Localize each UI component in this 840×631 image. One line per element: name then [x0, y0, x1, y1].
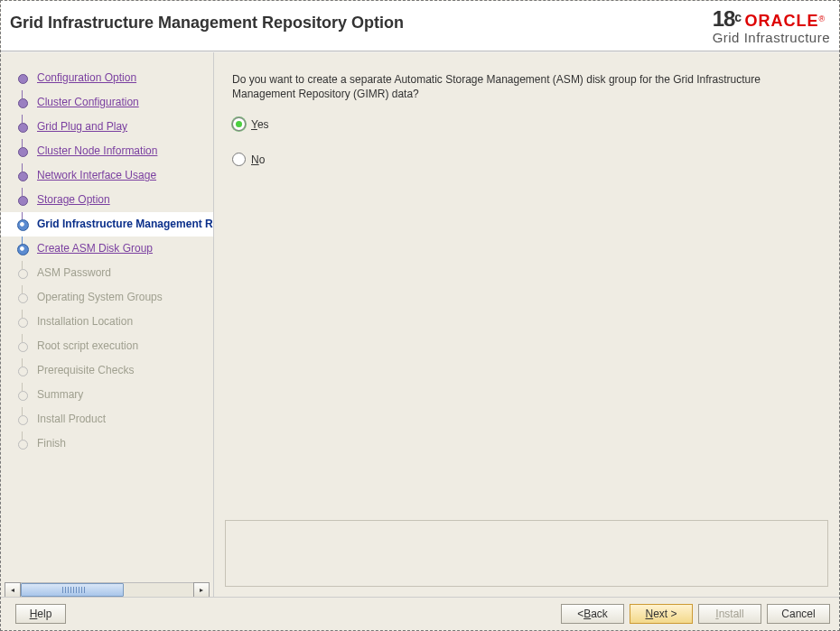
step-label: Finish: [37, 437, 66, 450]
footer: Help < Back Next > Install Cancel: [1, 597, 839, 630]
sidebar-horizontal-scrollbar[interactable]: ◂ ▸: [5, 582, 210, 598]
step-create-asm-disk-group[interactable]: Create ASM Disk Group: [1, 237, 213, 261]
step-label[interactable]: Grid Plug and Play: [37, 120, 127, 133]
help-button[interactable]: Help: [15, 604, 66, 624]
step-label[interactable]: Storage Option: [37, 193, 110, 206]
step-label: Root script execution: [37, 339, 138, 352]
prompt-text: Do you want to create a separate Automat…: [232, 72, 810, 101]
step-cluster-node-information[interactable]: Cluster Node Information: [1, 139, 213, 163]
step-os-groups: Operating System Groups: [1, 285, 213, 310]
message-area: [225, 520, 828, 587]
step-label: Installation Location: [37, 315, 133, 328]
step-label[interactable]: Configuration Option: [37, 71, 136, 84]
cancel-button[interactable]: Cancel: [767, 604, 830, 624]
brand-reg: ®: [818, 14, 825, 23]
step-summary: Summary: [1, 383, 213, 407]
radio-yes-input[interactable]: [232, 117, 246, 131]
step-install-product: Install Product: [1, 407, 213, 431]
step-label[interactable]: Create ASM Disk Group: [37, 242, 153, 255]
step-label: Summary: [37, 388, 83, 401]
install-button: Install: [698, 604, 761, 624]
step-label: Operating System Groups: [37, 291, 163, 303]
step-label: ASM Password: [37, 266, 111, 279]
brand-block: 18c ORACLE® Grid Infrastructure: [713, 6, 830, 45]
step-label: Install Product: [37, 413, 106, 425]
scroll-right-button[interactable]: ▸: [193, 582, 210, 598]
body: Configuration Option Cluster Configurati…: [1, 51, 839, 598]
step-grid-plug-and-play[interactable]: Grid Plug and Play: [1, 115, 213, 139]
step-finish: Finish: [1, 431, 213, 456]
step-label[interactable]: Cluster Configuration: [37, 96, 139, 108]
sidebar: Configuration Option Cluster Configurati…: [1, 52, 214, 598]
step-network-interface-usage[interactable]: Network Interface Usage: [1, 163, 213, 188]
next-button[interactable]: Next >: [630, 604, 693, 624]
step-prerequisite-checks: Prerequisite Checks: [1, 358, 213, 383]
main-panel: Do you want to create a separate Automat…: [214, 52, 839, 598]
step-root-script-execution: Root script execution: [1, 334, 213, 358]
radio-yes-label: Yes: [251, 118, 269, 131]
step-cluster-configuration[interactable]: Cluster Configuration: [1, 90, 213, 115]
back-button[interactable]: < Back: [561, 604, 624, 624]
step-label: Grid Infrastructure Management Repositor…: [37, 218, 213, 230]
radio-no-label: No: [251, 153, 265, 166]
step-label: Prerequisite Checks: [37, 364, 134, 376]
header: Grid Infrastructure Management Repositor…: [1, 1, 839, 51]
step-label[interactable]: Network Interface Usage: [37, 169, 156, 181]
brand-sub: Grid Infrastructure: [713, 30, 830, 45]
step-configuration-option[interactable]: Configuration Option: [1, 66, 213, 90]
brand-version: 18: [713, 6, 735, 31]
page-title: Grid Infrastructure Management Repositor…: [10, 14, 404, 32]
step-list: Configuration Option Cluster Configurati…: [1, 52, 213, 456]
brand-version-sup: c: [734, 10, 742, 24]
step-storage-option[interactable]: Storage Option: [1, 188, 213, 212]
step-asm-password: ASM Password: [1, 261, 213, 285]
scroll-thumb[interactable]: [21, 583, 124, 597]
radio-option-yes[interactable]: Yes: [232, 117, 821, 131]
radio-no-input[interactable]: [232, 153, 246, 166]
step-gimr-option: Grid Infrastructure Management Repositor…: [1, 212, 213, 237]
step-installation-location: Installation Location: [1, 310, 213, 334]
scroll-track[interactable]: [21, 582, 193, 598]
step-label[interactable]: Cluster Node Information: [37, 144, 157, 157]
brand-name: ORACLE: [744, 12, 818, 30]
scroll-left-button[interactable]: ◂: [5, 582, 21, 598]
radio-option-no[interactable]: No: [232, 153, 821, 166]
installer-window: Grid Infrastructure Management Repositor…: [0, 0, 840, 631]
